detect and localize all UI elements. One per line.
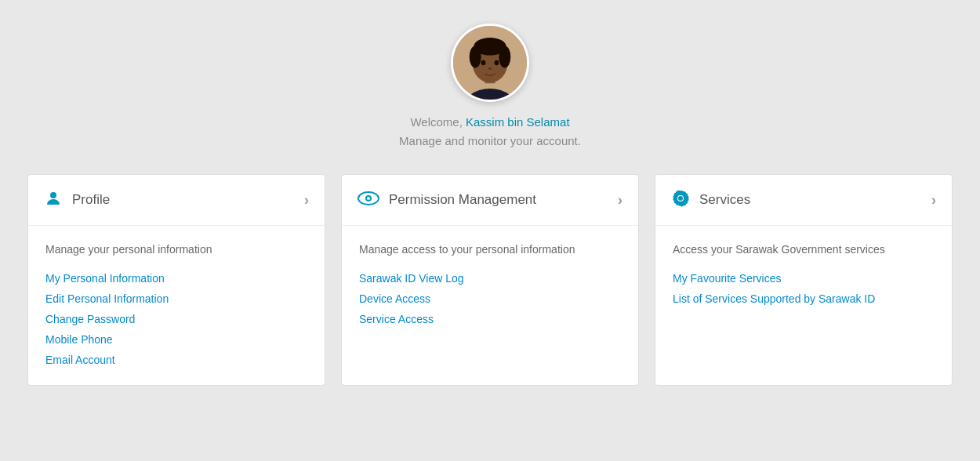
person-icon: [44, 189, 63, 211]
cards-container: Profile › Manage your personal informati…: [27, 174, 953, 386]
welcome-message: Welcome, Kassim bin Selamat Manage and m…: [399, 113, 581, 151]
edit-personal-info-link[interactable]: Edit Personal Information: [45, 292, 307, 305]
permission-management-card: Permission Management › Manage access to…: [341, 174, 639, 386]
sarawak-id-view-log-link[interactable]: Sarawak ID View Log: [359, 272, 621, 285]
my-personal-info-link[interactable]: My Personal Information: [45, 272, 307, 285]
profile-card-header-left: Profile: [44, 189, 110, 211]
welcome-name: Kassim bin Selamat: [466, 115, 570, 129]
my-favourite-services-link[interactable]: My Favourite Services: [673, 272, 935, 285]
avatar: [451, 24, 529, 102]
profile-card-description: Manage your personal information: [45, 241, 307, 258]
profile-card-body: Manage your personal information My Pers…: [28, 226, 325, 385]
list-services-sarawak-id-link[interactable]: List of Services Supported by Sarawak ID: [673, 292, 935, 305]
permission-card-links: Sarawak ID View Log Device Access Servic…: [359, 272, 621, 325]
permission-card-header[interactable]: Permission Management ›: [342, 175, 638, 226]
page-header: Welcome, Kassim bin Selamat Manage and m…: [399, 24, 581, 151]
services-card-title: Services: [699, 192, 750, 208]
permission-card-header-left: Permission Management: [358, 189, 536, 211]
mobile-phone-link[interactable]: Mobile Phone: [45, 333, 307, 346]
change-password-link[interactable]: Change Password: [45, 313, 307, 325]
permission-chevron-icon: ›: [618, 192, 622, 209]
services-chevron-icon: ›: [931, 192, 936, 209]
svg-point-5: [470, 45, 481, 67]
services-card-body: Access your Sarawak Government services …: [655, 226, 952, 324]
permission-card-description: Manage access to your personal informati…: [359, 241, 621, 258]
permission-card-title: Permission Management: [389, 192, 536, 208]
svg-point-9: [488, 67, 492, 70]
services-card-links: My Favourite Services List of Services S…: [673, 272, 935, 305]
profile-card-links: My Personal Information Edit Personal In…: [45, 272, 307, 366]
service-access-link[interactable]: Service Access: [359, 313, 621, 325]
svg-point-10: [50, 192, 56, 198]
device-access-link[interactable]: Device Access: [359, 292, 621, 305]
svg-point-6: [499, 45, 510, 67]
eye-icon: [358, 189, 379, 211]
profile-card-header[interactable]: Profile ›: [28, 175, 325, 226]
permission-card-body: Manage access to your personal informati…: [342, 226, 638, 344]
profile-chevron-icon: ›: [304, 192, 309, 209]
profile-card: Profile › Manage your personal informati…: [27, 174, 325, 386]
services-card-header-left: Services: [671, 189, 750, 211]
services-card: Services › Access your Sarawak Governmen…: [655, 174, 953, 386]
email-account-link[interactable]: Email Account: [45, 354, 307, 366]
services-card-description: Access your Sarawak Government services: [673, 241, 935, 258]
services-card-header[interactable]: Services ›: [655, 175, 952, 226]
svg-point-8: [495, 60, 499, 66]
svg-point-7: [481, 60, 486, 66]
svg-point-13: [367, 197, 370, 200]
gear-icon: [671, 189, 690, 211]
profile-card-title: Profile: [72, 192, 110, 208]
welcome-prefix: Welcome,: [410, 115, 466, 129]
welcome-subtitle: Manage and monitor your account.: [399, 132, 581, 151]
